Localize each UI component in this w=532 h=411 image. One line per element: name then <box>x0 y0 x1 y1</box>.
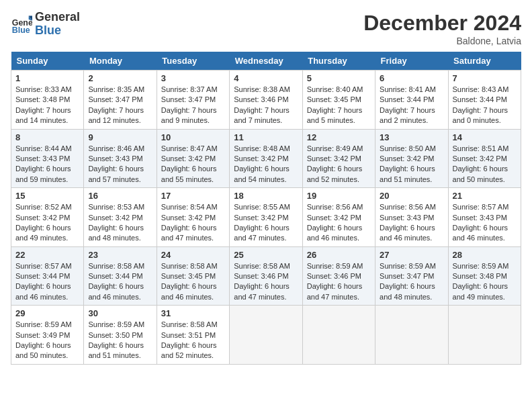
day-info: Sunrise: 8:47 AMSunset: 3:42 PMDaylight:… <box>161 144 218 183</box>
header-monday: Monday <box>84 52 157 71</box>
day-info: Sunrise: 8:59 AMSunset: 3:46 PMDaylight:… <box>307 262 363 301</box>
day-number: 6 <box>380 73 443 83</box>
calendar-week-2: 8Sunrise: 8:44 AMSunset: 3:43 PMDaylight… <box>11 129 521 188</box>
calendar-cell: 17Sunrise: 8:54 AMSunset: 3:42 PMDayligh… <box>157 188 229 247</box>
calendar-header-row: SundayMondayTuesdayWednesdayThursdayFrid… <box>11 52 521 71</box>
day-info: Sunrise: 8:57 AMSunset: 3:44 PMDaylight:… <box>15 262 72 301</box>
day-info: Sunrise: 8:58 AMSunset: 3:46 PMDaylight:… <box>234 262 290 301</box>
day-info: Sunrise: 8:57 AMSunset: 3:43 PMDaylight:… <box>453 203 509 242</box>
calendar-cell: 16Sunrise: 8:53 AMSunset: 3:42 PMDayligh… <box>84 188 157 247</box>
calendar-cell: 6Sunrise: 8:41 AMSunset: 3:44 PMDaylight… <box>375 71 448 130</box>
day-number: 10 <box>161 132 225 142</box>
day-number: 21 <box>453 191 517 201</box>
calendar-cell: 18Sunrise: 8:55 AMSunset: 3:42 PMDayligh… <box>230 188 302 247</box>
calendar-cell: 9Sunrise: 8:46 AMSunset: 3:43 PMDaylight… <box>84 129 157 188</box>
calendar-cell: 15Sunrise: 8:52 AMSunset: 3:42 PMDayligh… <box>11 188 84 247</box>
day-number: 4 <box>234 73 298 83</box>
day-info: Sunrise: 8:51 AMSunset: 3:42 PMDaylight:… <box>453 144 509 183</box>
day-info: Sunrise: 8:59 AMSunset: 3:47 PMDaylight:… <box>380 262 436 301</box>
day-number: 30 <box>88 308 152 318</box>
day-info: Sunrise: 8:59 AMSunset: 3:50 PMDaylight:… <box>88 320 144 359</box>
calendar-cell: 10Sunrise: 8:47 AMSunset: 3:42 PMDayligh… <box>157 129 229 188</box>
header-friday: Friday <box>375 52 448 71</box>
calendar-cell: 13Sunrise: 8:50 AMSunset: 3:42 PMDayligh… <box>375 129 448 188</box>
day-info: Sunrise: 8:56 AMSunset: 3:43 PMDaylight:… <box>380 203 436 242</box>
logo-icon: General Blue <box>11 13 32 35</box>
day-info: Sunrise: 8:56 AMSunset: 3:42 PMDaylight:… <box>307 203 363 242</box>
day-number: 22 <box>15 250 79 260</box>
header-sunday: Sunday <box>11 52 84 71</box>
calendar-cell: 4Sunrise: 8:38 AMSunset: 3:46 PMDaylight… <box>230 71 302 130</box>
day-info: Sunrise: 8:49 AMSunset: 3:42 PMDaylight:… <box>307 144 363 183</box>
day-number: 12 <box>307 132 371 142</box>
header-tuesday: Tuesday <box>157 52 229 71</box>
day-info: Sunrise: 8:54 AMSunset: 3:42 PMDaylight:… <box>161 203 218 242</box>
calendar-cell: 26Sunrise: 8:59 AMSunset: 3:46 PMDayligh… <box>302 246 375 306</box>
day-info: Sunrise: 8:59 AMSunset: 3:48 PMDaylight:… <box>453 262 509 301</box>
day-info: Sunrise: 8:58 AMSunset: 3:44 PMDaylight:… <box>88 262 144 301</box>
day-info: Sunrise: 8:38 AMSunset: 3:46 PMDaylight:… <box>234 85 290 124</box>
calendar-cell: 29Sunrise: 8:59 AMSunset: 3:49 PMDayligh… <box>11 306 84 365</box>
day-number: 26 <box>307 250 371 260</box>
calendar-cell: 30Sunrise: 8:59 AMSunset: 3:50 PMDayligh… <box>84 306 157 365</box>
day-info: Sunrise: 8:52 AMSunset: 3:42 PMDaylight:… <box>15 203 72 242</box>
day-number: 8 <box>15 132 79 142</box>
day-number: 11 <box>234 132 298 142</box>
calendar-cell: 23Sunrise: 8:58 AMSunset: 3:44 PMDayligh… <box>84 246 157 306</box>
day-number: 18 <box>234 191 298 201</box>
day-info: Sunrise: 8:33 AMSunset: 3:48 PMDaylight:… <box>15 85 72 124</box>
day-info: Sunrise: 8:44 AMSunset: 3:43 PMDaylight:… <box>15 144 72 183</box>
day-info: Sunrise: 8:35 AMSunset: 3:47 PMDaylight:… <box>88 85 144 124</box>
day-number: 19 <box>307 191 371 201</box>
header-thursday: Thursday <box>302 52 375 71</box>
day-number: 15 <box>15 191 79 201</box>
day-info: Sunrise: 8:59 AMSunset: 3:49 PMDaylight:… <box>15 320 72 359</box>
calendar-week-4: 22Sunrise: 8:57 AMSunset: 3:44 PMDayligh… <box>11 246 521 306</box>
day-info: Sunrise: 8:50 AMSunset: 3:42 PMDaylight:… <box>380 144 436 183</box>
calendar-cell: 27Sunrise: 8:59 AMSunset: 3:47 PMDayligh… <box>375 246 448 306</box>
calendar-cell: 14Sunrise: 8:51 AMSunset: 3:42 PMDayligh… <box>448 129 521 188</box>
day-info: Sunrise: 8:46 AMSunset: 3:43 PMDaylight:… <box>88 144 144 183</box>
calendar-week-3: 15Sunrise: 8:52 AMSunset: 3:42 PMDayligh… <box>11 188 521 247</box>
logo-text: General Blue <box>35 11 80 38</box>
day-number: 28 <box>453 250 517 260</box>
calendar-table: SundayMondayTuesdayWednesdayThursdayFrid… <box>11 52 521 365</box>
calendar-cell: 24Sunrise: 8:58 AMSunset: 3:45 PMDayligh… <box>157 246 229 306</box>
day-number: 23 <box>88 250 152 260</box>
calendar-cell <box>302 306 375 365</box>
day-number: 24 <box>161 250 225 260</box>
day-info: Sunrise: 8:43 AMSunset: 3:44 PMDaylight:… <box>453 85 509 124</box>
day-number: 1 <box>15 73 79 83</box>
logo: General Blue General Blue <box>11 11 80 38</box>
calendar-cell: 21Sunrise: 8:57 AMSunset: 3:43 PMDayligh… <box>448 188 521 247</box>
day-number: 3 <box>161 73 225 83</box>
calendar-cell: 11Sunrise: 8:48 AMSunset: 3:42 PMDayligh… <box>230 129 302 188</box>
day-info: Sunrise: 8:37 AMSunset: 3:47 PMDaylight:… <box>161 85 218 124</box>
calendar-cell: 2Sunrise: 8:35 AMSunset: 3:47 PMDaylight… <box>84 71 157 130</box>
day-info: Sunrise: 8:48 AMSunset: 3:42 PMDaylight:… <box>234 144 290 183</box>
calendar-cell: 20Sunrise: 8:56 AMSunset: 3:43 PMDayligh… <box>375 188 448 247</box>
svg-text:Blue: Blue <box>12 26 30 35</box>
calendar-cell: 7Sunrise: 8:43 AMSunset: 3:44 PMDaylight… <box>448 71 521 130</box>
location: Baldone, Latvia <box>363 36 521 46</box>
calendar-cell: 31Sunrise: 8:58 AMSunset: 3:51 PMDayligh… <box>157 306 229 365</box>
day-info: Sunrise: 8:53 AMSunset: 3:42 PMDaylight:… <box>88 203 144 242</box>
day-info: Sunrise: 8:58 AMSunset: 3:51 PMDaylight:… <box>161 320 218 359</box>
header-wednesday: Wednesday <box>230 52 302 71</box>
calendar-cell: 22Sunrise: 8:57 AMSunset: 3:44 PMDayligh… <box>11 246 84 306</box>
day-number: 14 <box>453 132 517 142</box>
title-block: December 2024 Baldone, Latvia <box>363 11 521 46</box>
day-info: Sunrise: 8:55 AMSunset: 3:42 PMDaylight:… <box>234 203 290 242</box>
day-number: 5 <box>307 73 371 83</box>
calendar-cell: 28Sunrise: 8:59 AMSunset: 3:48 PMDayligh… <box>448 246 521 306</box>
calendar-cell: 1Sunrise: 8:33 AMSunset: 3:48 PMDaylight… <box>11 71 84 130</box>
calendar-cell: 25Sunrise: 8:58 AMSunset: 3:46 PMDayligh… <box>230 246 302 306</box>
day-info: Sunrise: 8:58 AMSunset: 3:45 PMDaylight:… <box>161 262 218 301</box>
calendar-week-5: 29Sunrise: 8:59 AMSunset: 3:49 PMDayligh… <box>11 306 521 365</box>
calendar-cell: 3Sunrise: 8:37 AMSunset: 3:47 PMDaylight… <box>157 71 229 130</box>
calendar-cell: 19Sunrise: 8:56 AMSunset: 3:42 PMDayligh… <box>302 188 375 247</box>
calendar-cell: 12Sunrise: 8:49 AMSunset: 3:42 PMDayligh… <box>302 129 375 188</box>
page-header: General Blue General Blue December 2024 … <box>11 11 521 46</box>
day-number: 29 <box>15 308 79 318</box>
day-number: 16 <box>88 191 152 201</box>
